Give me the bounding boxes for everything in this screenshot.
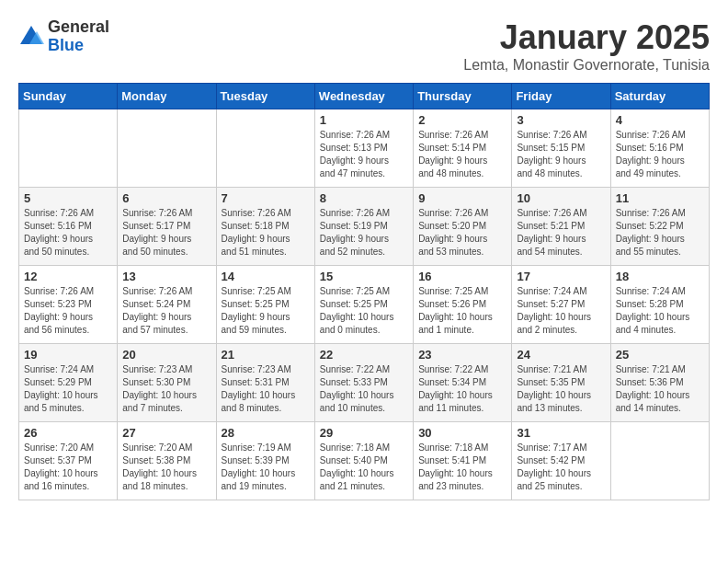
calendar-cell: 5Sunrise: 7:26 AM Sunset: 5:16 PM Daylig…	[19, 188, 118, 266]
day-detail: Sunrise: 7:26 AM Sunset: 5:22 PM Dayligh…	[616, 207, 704, 259]
day-detail: Sunrise: 7:24 AM Sunset: 5:27 PM Dayligh…	[517, 285, 605, 337]
day-number: 24	[517, 348, 605, 362]
day-detail: Sunrise: 7:23 AM Sunset: 5:30 PM Dayligh…	[122, 363, 210, 415]
day-number: 30	[418, 426, 506, 440]
day-detail: Sunrise: 7:21 AM Sunset: 5:35 PM Dayligh…	[517, 363, 605, 415]
day-detail: Sunrise: 7:19 AM Sunset: 5:39 PM Dayligh…	[222, 442, 310, 493]
day-detail: Sunrise: 7:18 AM Sunset: 5:40 PM Dayligh…	[320, 442, 408, 493]
calendar-cell	[216, 109, 314, 188]
day-number: 6	[122, 191, 210, 205]
calendar-week-row: 1Sunrise: 7:26 AM Sunset: 5:13 PM Daylig…	[19, 109, 710, 188]
day-number: 21	[222, 348, 310, 362]
day-detail: Sunrise: 7:24 AM Sunset: 5:29 PM Dayligh…	[24, 363, 112, 415]
day-detail: Sunrise: 7:26 AM Sunset: 5:24 PM Dayligh…	[122, 285, 210, 337]
day-number: 12	[24, 270, 112, 283]
title-block: January 2025 Lemta, Monastir Governorate…	[463, 18, 710, 74]
day-detail: Sunrise: 7:23 AM Sunset: 5:31 PM Dayligh…	[222, 363, 310, 415]
weekday-header: Wednesday	[314, 84, 413, 109]
calendar-cell: 29Sunrise: 7:18 AM Sunset: 5:40 PM Dayli…	[314, 422, 413, 500]
day-number: 2	[418, 113, 506, 127]
day-number: 16	[418, 270, 506, 283]
day-detail: Sunrise: 7:18 AM Sunset: 5:41 PM Dayligh…	[418, 442, 506, 493]
day-number: 20	[122, 348, 210, 362]
day-detail: Sunrise: 7:26 AM Sunset: 5:19 PM Dayligh…	[320, 207, 408, 259]
location: Lemta, Monastir Governorate, Tunisia	[463, 57, 710, 74]
weekday-header: Sunday	[19, 84, 118, 109]
day-number: 11	[616, 191, 704, 205]
calendar-cell: 25Sunrise: 7:21 AM Sunset: 5:36 PM Dayli…	[610, 344, 709, 422]
day-number: 23	[418, 348, 506, 362]
calendar-cell: 1Sunrise: 7:26 AM Sunset: 5:13 PM Daylig…	[314, 109, 413, 188]
calendar-cell: 9Sunrise: 7:26 AM Sunset: 5:20 PM Daylig…	[414, 188, 512, 266]
calendar-cell: 15Sunrise: 7:25 AM Sunset: 5:25 PM Dayli…	[314, 266, 413, 344]
calendar-cell: 26Sunrise: 7:20 AM Sunset: 5:37 PM Dayli…	[19, 422, 118, 500]
calendar-week-row: 26Sunrise: 7:20 AM Sunset: 5:37 PM Dayli…	[19, 422, 710, 500]
day-detail: Sunrise: 7:17 AM Sunset: 5:42 PM Dayligh…	[517, 442, 605, 493]
day-detail: Sunrise: 7:25 AM Sunset: 5:25 PM Dayligh…	[222, 285, 310, 337]
day-number: 19	[24, 348, 112, 362]
day-number: 26	[24, 426, 112, 440]
day-detail: Sunrise: 7:24 AM Sunset: 5:28 PM Dayligh…	[616, 285, 704, 337]
calendar-cell: 17Sunrise: 7:24 AM Sunset: 5:27 PM Dayli…	[512, 266, 610, 344]
calendar-cell: 6Sunrise: 7:26 AM Sunset: 5:17 PM Daylig…	[118, 188, 216, 266]
calendar-cell: 27Sunrise: 7:20 AM Sunset: 5:38 PM Dayli…	[118, 422, 216, 500]
day-number: 13	[122, 270, 210, 283]
calendar-cell: 13Sunrise: 7:26 AM Sunset: 5:24 PM Dayli…	[118, 266, 216, 344]
day-number: 10	[517, 191, 605, 205]
calendar-cell: 23Sunrise: 7:22 AM Sunset: 5:34 PM Dayli…	[414, 344, 512, 422]
calendar-week-row: 12Sunrise: 7:26 AM Sunset: 5:23 PM Dayli…	[19, 266, 710, 344]
day-detail: Sunrise: 7:22 AM Sunset: 5:34 PM Dayligh…	[418, 363, 506, 415]
weekday-header: Friday	[512, 84, 610, 109]
logo-blue: Blue	[48, 37, 109, 55]
day-number: 28	[222, 426, 310, 440]
day-number: 31	[517, 426, 605, 440]
weekday-header: Tuesday	[216, 84, 314, 109]
calendar-cell	[118, 109, 216, 188]
month-title: January 2025	[463, 18, 710, 57]
calendar-cell: 22Sunrise: 7:22 AM Sunset: 5:33 PM Dayli…	[314, 344, 413, 422]
calendar-cell: 10Sunrise: 7:26 AM Sunset: 5:21 PM Dayli…	[512, 188, 610, 266]
day-detail: Sunrise: 7:26 AM Sunset: 5:23 PM Dayligh…	[24, 285, 112, 337]
logo-icon	[18, 24, 44, 50]
calendar-cell: 21Sunrise: 7:23 AM Sunset: 5:31 PM Dayli…	[216, 344, 314, 422]
weekday-header-row: SundayMondayTuesdayWednesdayThursdayFrid…	[19, 84, 710, 109]
calendar-cell: 14Sunrise: 7:25 AM Sunset: 5:25 PM Dayli…	[216, 266, 314, 344]
day-number: 18	[616, 270, 704, 283]
day-detail: Sunrise: 7:26 AM Sunset: 5:17 PM Dayligh…	[122, 207, 210, 259]
logo-general: General	[48, 18, 109, 37]
day-number: 5	[24, 191, 112, 205]
day-number: 8	[320, 191, 408, 205]
calendar-cell	[19, 109, 118, 188]
day-number: 29	[320, 426, 408, 440]
calendar-cell: 31Sunrise: 7:17 AM Sunset: 5:42 PM Dayli…	[512, 422, 610, 500]
calendar-cell: 8Sunrise: 7:26 AM Sunset: 5:19 PM Daylig…	[314, 188, 413, 266]
day-detail: Sunrise: 7:26 AM Sunset: 5:14 PM Dayligh…	[418, 129, 506, 180]
calendar-cell: 18Sunrise: 7:24 AM Sunset: 5:28 PM Dayli…	[610, 266, 709, 344]
day-number: 15	[320, 270, 408, 283]
day-number: 3	[517, 113, 605, 127]
calendar-cell: 30Sunrise: 7:18 AM Sunset: 5:41 PM Dayli…	[414, 422, 512, 500]
day-detail: Sunrise: 7:21 AM Sunset: 5:36 PM Dayligh…	[616, 363, 704, 415]
day-detail: Sunrise: 7:26 AM Sunset: 5:15 PM Dayligh…	[517, 129, 605, 180]
weekday-header: Monday	[118, 84, 216, 109]
day-detail: Sunrise: 7:26 AM Sunset: 5:13 PM Dayligh…	[320, 129, 408, 180]
calendar-cell: 20Sunrise: 7:23 AM Sunset: 5:30 PM Dayli…	[118, 344, 216, 422]
day-detail: Sunrise: 7:25 AM Sunset: 5:26 PM Dayligh…	[418, 285, 506, 337]
calendar-cell	[610, 422, 709, 500]
day-detail: Sunrise: 7:26 AM Sunset: 5:16 PM Dayligh…	[24, 207, 112, 259]
day-number: 27	[122, 426, 210, 440]
day-detail: Sunrise: 7:20 AM Sunset: 5:37 PM Dayligh…	[24, 442, 112, 493]
weekday-header: Thursday	[414, 84, 512, 109]
day-number: 25	[616, 348, 704, 362]
day-number: 9	[418, 191, 506, 205]
day-detail: Sunrise: 7:26 AM Sunset: 5:18 PM Dayligh…	[222, 207, 310, 259]
logo-text: General Blue	[48, 18, 109, 55]
day-number: 14	[222, 270, 310, 283]
logo: General Blue	[18, 18, 109, 55]
calendar-week-row: 19Sunrise: 7:24 AM Sunset: 5:29 PM Dayli…	[19, 344, 710, 422]
calendar-cell: 19Sunrise: 7:24 AM Sunset: 5:29 PM Dayli…	[19, 344, 118, 422]
calendar-cell: 24Sunrise: 7:21 AM Sunset: 5:35 PM Dayli…	[512, 344, 610, 422]
day-detail: Sunrise: 7:26 AM Sunset: 5:16 PM Dayligh…	[616, 129, 704, 180]
day-number: 4	[616, 113, 704, 127]
day-number: 17	[517, 270, 605, 283]
